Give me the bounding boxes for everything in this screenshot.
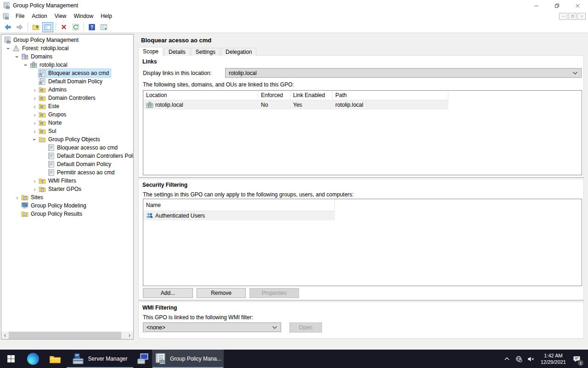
group-policy-icon — [154, 353, 166, 365]
column-header-path[interactable]: Path — [333, 91, 448, 100]
menu-item-file[interactable]: File — [12, 12, 28, 20]
taskbar-edge-button[interactable] — [22, 350, 44, 368]
tab-settings[interactable]: Settings — [191, 48, 220, 56]
child-restore-button[interactable] — [568, 13, 577, 20]
tree-item[interactable]: ›rotolip.local — [1, 61, 133, 69]
action-center-button[interactable]: 1 — [570, 353, 583, 365]
tree-item[interactable]: ›Este — [1, 102, 133, 110]
splitter[interactable] — [139, 177, 583, 180]
tree-item[interactable]: ›Forest: rotolip.local — [1, 44, 133, 52]
tree-item[interactable]: Default Domain Controllers Policy — [1, 152, 133, 160]
chevron-right-icon[interactable]: › — [31, 119, 39, 127]
table-row[interactable]: rotolip.local No Yes rotolip.local — [143, 100, 448, 109]
tree-item[interactable]: Permitir acesso ao cmd — [1, 168, 133, 177]
tree-item-label: Permitir acesso ao cmd — [57, 169, 114, 176]
chevron-right-icon[interactable]: › — [31, 111, 39, 119]
tree-item[interactable]: ›Sites — [1, 193, 133, 201]
chevron-right-icon[interactable]: › — [31, 185, 39, 193]
chevron-right-icon[interactable]: › — [31, 127, 39, 135]
child-close-button[interactable] — [577, 13, 586, 20]
tree-item-label: Sites — [31, 194, 43, 201]
tree-item[interactable]: ›Norte — [1, 119, 133, 127]
chevron-down-icon[interactable]: › — [5, 45, 12, 52]
window-title: Group Policy Management — [13, 2, 78, 9]
tree-item[interactable]: Bloquear acesso ao cmd — [1, 144, 133, 152]
chevron-down-icon[interactable]: › — [31, 136, 39, 144]
chevron-right-icon[interactable]: › — [13, 194, 21, 201]
tree-item[interactable]: ›Domains — [1, 52, 133, 61]
tree-item[interactable]: Group Policy Results — [1, 210, 133, 218]
help-button[interactable]: ? — [86, 22, 97, 32]
scroll-right-arrow-icon[interactable]: › — [126, 332, 133, 339]
scroll-left-arrow-icon[interactable]: ‹ — [1, 332, 9, 339]
taskbar-server-manager-button[interactable]: Server Manager — [66, 350, 134, 368]
chevron-down-icon[interactable]: › — [22, 61, 30, 69]
display-links-dropdown[interactable]: rotolip.local — [225, 68, 582, 78]
column-header-name[interactable]: Name — [143, 199, 335, 211]
tree-item[interactable]: ›WMI Filters — [1, 177, 133, 185]
menubar-items: FileActionViewWindowHelp — [12, 12, 116, 20]
tab-delegation[interactable]: Delegation — [221, 48, 256, 56]
table-row[interactable]: Authenticated Users — [143, 211, 335, 220]
show-hidden-icons-button[interactable] — [502, 353, 512, 365]
scrollbar-thumb[interactable] — [9, 332, 121, 339]
remove-button[interactable]: Remove — [197, 288, 246, 298]
wmi-filtering-description: This GPO is linked to the following WMI … — [143, 314, 253, 321]
ou-icon — [39, 103, 46, 110]
menu-item-view[interactable]: View — [51, 12, 70, 20]
tree-horizontal-scrollbar[interactable]: ‹ › — [1, 332, 133, 339]
show-console-tree-button[interactable] — [42, 22, 53, 32]
column-header-location[interactable]: Location — [143, 91, 258, 100]
chevron-right-icon[interactable]: › — [31, 94, 39, 102]
restore-button[interactable] — [547, 0, 567, 11]
menu-item-action[interactable]: Action — [28, 12, 51, 20]
child-minimize-button[interactable] — [559, 13, 567, 20]
tab-details[interactable]: Details — [164, 48, 190, 56]
menu-item-help[interactable]: Help — [97, 12, 116, 20]
tree-item[interactable]: ›Grupos — [1, 110, 133, 119]
tree-item[interactable]: Bloquear acesso ao cmd — [1, 69, 133, 77]
tree-item[interactable]: Group Policy Modeling — [1, 201, 133, 210]
taskbar-mmc-button[interactable] — [134, 350, 152, 368]
tree-item[interactable]: Default Domain Policy — [1, 77, 133, 86]
volume-button[interactable] — [526, 353, 536, 365]
start-button[interactable] — [0, 350, 22, 368]
tree-item[interactable]: Group Policy Management — [1, 36, 133, 44]
taskbar-clock[interactable]: 1:42 AM 12/29/2021 — [541, 352, 566, 365]
chevron-right-icon[interactable]: › — [31, 177, 39, 185]
chevron-down-icon[interactable]: › — [13, 53, 21, 61]
up-one-level-button[interactable] — [30, 22, 41, 32]
refresh-button[interactable] — [70, 22, 81, 32]
column-header-link-enabled[interactable]: Link Enabled — [290, 91, 333, 100]
wmi-filter-dropdown[interactable]: <none> — [143, 322, 281, 332]
chevron-right-icon[interactable]: › — [31, 103, 39, 110]
gpo-icon — [47, 152, 55, 160]
tree-item[interactable]: Default Domain Policy — [1, 160, 133, 168]
column-header-enforced[interactable]: Enforced — [258, 91, 290, 100]
export-list-button[interactable] — [98, 22, 109, 32]
help-icon: ? — [88, 23, 96, 31]
close-button[interactable] — [567, 0, 588, 11]
tree-item-label: Domains — [31, 53, 52, 60]
tree-item[interactable]: ›Group Policy Objects — [1, 135, 133, 144]
forward-button[interactable] — [14, 22, 25, 32]
display-links-value: rotolip.local — [229, 70, 572, 76]
splitter[interactable] — [139, 300, 583, 303]
add-button[interactable]: Add... — [143, 288, 193, 298]
tab-scope[interactable]: Scope — [138, 47, 163, 56]
tree: Group Policy Management›Forest: rotolip.… — [1, 36, 133, 218]
chevron-right-icon[interactable]: › — [31, 86, 39, 94]
network-status-button[interactable] — [514, 353, 524, 365]
menu-item-window[interactable]: Window — [70, 12, 97, 20]
tree-item[interactable]: ›Admins — [1, 86, 133, 94]
chevron-up-icon — [503, 356, 510, 362]
tree-item[interactable]: ›Sul — [1, 127, 133, 135]
taskbar-explorer-button[interactable] — [44, 350, 66, 368]
scrollbar-track[interactable] — [9, 332, 126, 339]
delete-button[interactable] — [58, 22, 69, 32]
minimize-button[interactable] — [526, 0, 547, 11]
back-button[interactable] — [2, 22, 13, 32]
taskbar-group-policy-button[interactable]: Group Policy Mana... — [152, 350, 224, 368]
tree-item[interactable]: ›Starter GPOs — [1, 185, 133, 193]
tree-item[interactable]: ›Domain Controllers — [1, 94, 133, 102]
